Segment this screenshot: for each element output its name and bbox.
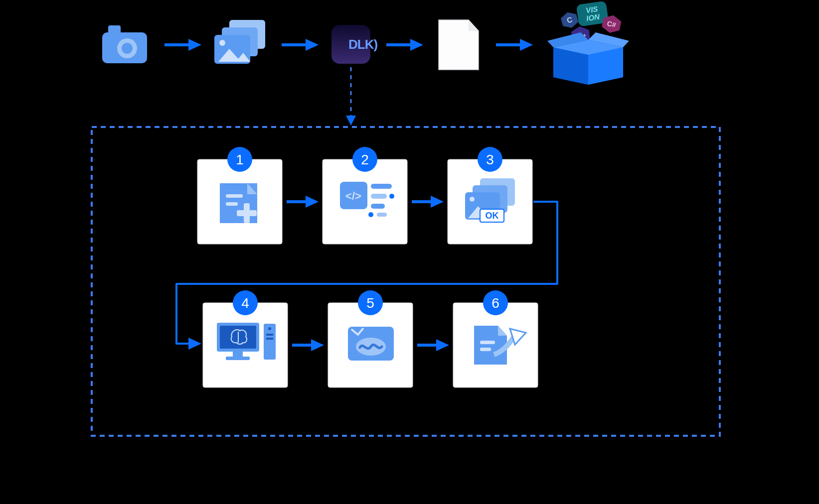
- sdk-box-icon: VIS ION C C# C++: [547, 1, 629, 85]
- svg-marker-17: [520, 39, 533, 51]
- step-number: 5: [366, 295, 374, 311]
- arrow-icon: [417, 339, 449, 351]
- blank-file-icon: [439, 20, 479, 70]
- svg-point-45: [368, 212, 373, 217]
- svg-marker-75: [436, 339, 449, 351]
- svg-rect-42: [371, 194, 387, 199]
- svg-rect-79: [480, 348, 491, 351]
- arrow-icon: [496, 39, 533, 51]
- arrow-icon: [386, 39, 423, 51]
- arrow-icon: [164, 39, 201, 51]
- verify-signature-icon: [348, 327, 394, 361]
- svg-point-3: [122, 43, 133, 54]
- svg-marker-12: [306, 39, 319, 51]
- svg-rect-1: [108, 25, 121, 34]
- svg-rect-34: [237, 210, 257, 216]
- svg-rect-62: [226, 357, 250, 360]
- svg-point-9: [219, 40, 225, 46]
- svg-rect-66: [266, 334, 273, 336]
- step-number: 6: [491, 295, 499, 311]
- svg-rect-31: [226, 194, 243, 198]
- svg-rect-46: [377, 213, 387, 217]
- diagram-canvas: DLK) VIS ION C C#: [0, 0, 819, 504]
- step-card-1: 1: [197, 147, 282, 244]
- arrow-icon: [292, 339, 324, 351]
- step-card-2: 2 </>: [323, 147, 407, 244]
- svg-rect-61: [233, 352, 243, 357]
- dashed-arrowhead: [346, 116, 356, 126]
- svg-point-43: [389, 194, 394, 199]
- svg-rect-32: [226, 202, 238, 206]
- arrow-icon: [287, 196, 319, 208]
- dlk-app-icon: DLK): [331, 25, 377, 64]
- svg-text:</>: </>: [345, 190, 361, 202]
- ok-label: OK: [486, 211, 499, 221]
- step-number: 4: [241, 295, 249, 311]
- svg-point-65: [268, 327, 271, 330]
- svg-rect-41: [371, 184, 392, 189]
- connector-arrowhead: [188, 338, 201, 350]
- svg-marker-15: [410, 39, 423, 51]
- step-number: 3: [486, 152, 494, 167]
- camera-icon: [102, 25, 147, 63]
- step-number: 1: [236, 152, 244, 167]
- new-project-icon: [220, 183, 257, 223]
- svg-marker-5: [188, 39, 201, 51]
- svg-rect-44: [371, 204, 385, 209]
- step-card-6: 6: [453, 290, 538, 387]
- arrow-icon: [282, 39, 319, 51]
- image-stack-icon: [214, 20, 265, 64]
- svg-marker-69: [311, 339, 324, 351]
- step-number: 2: [361, 152, 369, 167]
- step-card-5: 5: [328, 290, 413, 387]
- arrow-icon: [412, 196, 444, 208]
- svg-point-54: [470, 197, 475, 202]
- dlk-label: DLK): [348, 37, 377, 52]
- svg-marker-36: [306, 196, 319, 208]
- step-card-4: 4: [203, 290, 288, 387]
- svg-marker-48: [431, 196, 444, 208]
- svg-rect-67: [266, 338, 273, 340]
- svg-rect-78: [480, 341, 495, 344]
- step-card-3: 3 OK: [448, 147, 532, 244]
